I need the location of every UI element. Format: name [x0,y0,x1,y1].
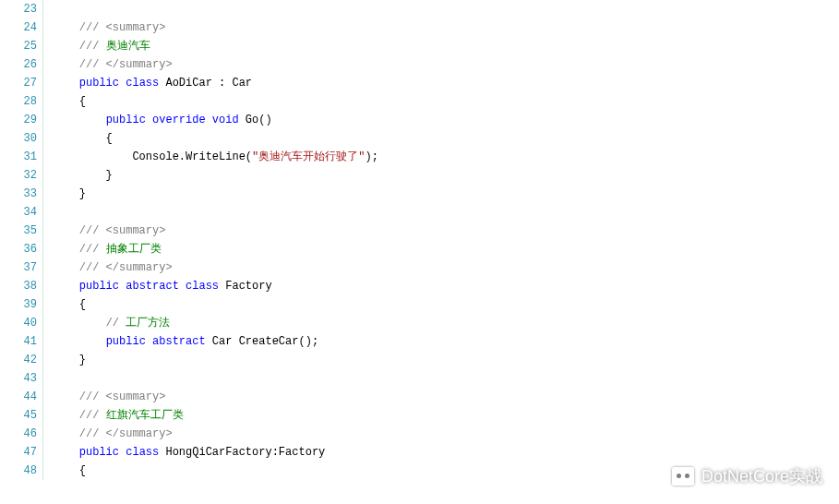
token: override [152,114,206,126]
token [79,317,106,330]
token: AoDiCar : Car [159,77,252,90]
code-area: /// <summary> /// 奥迪汽车 /// </summary> pu… [43,0,839,480]
token: public [106,114,146,126]
token: /// <summary> [79,224,166,237]
token: Car CreateCar(); [206,335,318,348]
line-number: 48 [0,462,37,480]
token: abstract [152,335,206,348]
token: public [79,77,119,90]
token: ); [365,150,378,163]
token: } [79,354,86,366]
line-number: 32 [0,166,37,185]
token [206,114,212,126]
code-line: public override void Go() [53,111,839,129]
line-number: 40 [0,314,37,332]
line-number: 42 [0,351,37,369]
code-line: /// </summary> [53,55,839,74]
token: public [79,280,119,293]
code-line: /// </summary> [53,258,839,277]
token: } [79,169,113,182]
token: class [126,77,159,90]
code-line: public class HongQiCarFactory:Factory [53,443,839,462]
token: public [79,446,119,459]
token: /// <summary> [79,21,166,34]
code-line: { [53,92,839,111]
code-line: } [53,351,839,369]
line-number: 41 [0,332,37,351]
token: /// </summary> [79,261,173,274]
token: /// </summary> [79,427,173,440]
line-number: 28 [0,92,37,111]
code-line [53,203,839,222]
line-number: 36 [0,240,37,258]
line-number: 45 [0,406,37,425]
token: "奥迪汽车开始行驶了" [252,150,365,163]
code-line: // 工厂方法 [53,314,839,332]
code-line: { [53,129,839,148]
token: /// <summary> [79,390,166,403]
line-number: 31 [0,148,37,166]
code-editor: 2324252627282930313233343536373839404142… [0,0,839,480]
token: Factory [219,280,272,293]
line-number: 30 [0,129,37,148]
code-line: /// </summary> [53,425,839,443]
token: HongQiCarFactory:Factory [159,446,325,459]
line-number: 43 [0,369,37,388]
token: 奥迪汽车 [106,40,150,53]
token: /// [79,409,106,422]
token: { [79,298,86,311]
code-line: Console.WriteLine("奥迪汽车开始行驶了"); [53,148,839,166]
line-number: 27 [0,74,37,92]
line-number: 23 [0,0,37,18]
code-line: { [53,295,839,314]
token: /// </summary> [79,58,173,71]
line-number: 39 [0,295,37,314]
token: /// [79,243,106,256]
code-line: public abstract class Factory [53,277,839,295]
line-number-gutter: 2324252627282930313233343536373839404142… [0,0,43,480]
code-line: } [53,166,839,185]
code-line: /// 抽象工厂类 [53,240,839,258]
token: class [186,280,219,293]
watermark-text: DotNetCore实战 [701,465,822,480]
token [146,114,152,126]
code-line: /// <summary> [53,388,839,406]
code-line: /// <summary> [53,18,839,37]
line-number: 25 [0,37,37,55]
token: /// [79,40,106,53]
code-line: } [53,185,839,203]
line-number: 33 [0,185,37,203]
code-line: /// 奥迪汽车 [53,37,839,55]
watermark: DotNetCore实战 [672,465,822,480]
token: 工厂方法 [126,317,170,330]
line-number: 29 [0,111,37,129]
token: public [106,335,146,348]
token [79,335,106,348]
line-number: 26 [0,55,37,74]
code-line [53,369,839,388]
token: { [79,95,86,108]
token [146,335,152,348]
code-line [53,0,839,18]
token: 红旗汽车工厂类 [106,409,184,422]
token: class [126,446,159,459]
line-number: 37 [0,258,37,277]
token: 抽象工厂类 [106,243,162,256]
line-number: 44 [0,388,37,406]
token: void [212,114,239,126]
token: { [79,132,113,145]
token: abstract [126,280,179,293]
wechat-icon [672,467,694,480]
line-number: 34 [0,203,37,222]
code-line: /// 红旗汽车工厂类 [53,406,839,425]
line-number: 38 [0,277,37,295]
line-number: 35 [0,222,37,240]
token: // [106,317,126,330]
code-line: /// <summary> [53,222,839,240]
line-number: 47 [0,443,37,462]
token: Go() [239,114,272,126]
code-line: public class AoDiCar : Car [53,74,839,92]
line-number: 24 [0,18,37,37]
token: Console.WriteLine( [79,150,252,163]
token: } [79,187,86,200]
